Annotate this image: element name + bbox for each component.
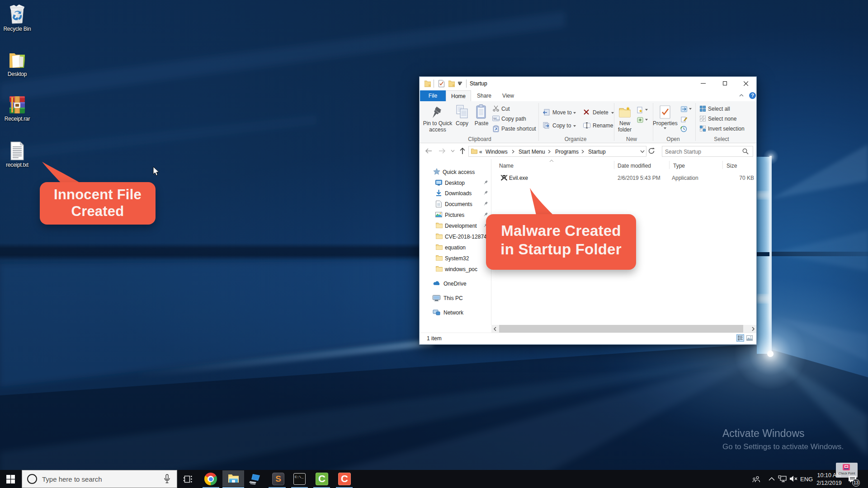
svg-text:W: W [493, 117, 497, 121]
